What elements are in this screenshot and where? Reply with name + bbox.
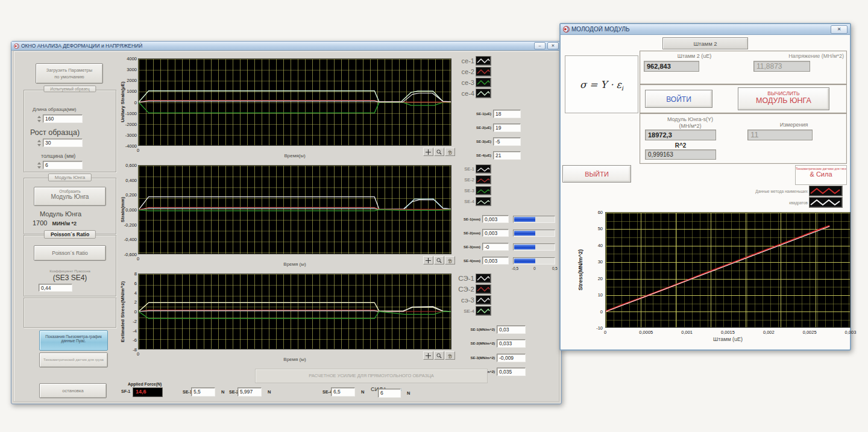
close-icon[interactable]: ✕ [831,25,848,34]
se3-mm-slider[interactable] [513,243,555,251]
thickness-field[interactable]: 6 [43,161,83,169]
thickness-spinner[interactable] [37,161,42,169]
pan-tool-icon[interactable] [445,351,455,360]
se1-force-field[interactable]: 5,5 [191,387,215,396]
se2-mm-slider[interactable] [513,230,555,237]
legend-item[interactable]: ce-3 [453,78,491,87]
growth-spinner[interactable] [37,139,42,147]
se3-mm-field[interactable]: -0 [482,243,509,251]
compute-young-modulus-button[interactable]: ВЫЧИСЛИТЬ МОДУЛЬ ЮНГА [738,87,829,110]
chart1-x-axis-label: Время(ы) [138,153,451,158]
growth-label: Рост образца) [30,128,80,137]
xy-plot[interactable] [605,212,851,328]
length-spinner[interactable] [37,115,42,123]
chart2-graph-palette [423,256,455,265]
sf1-label: SF-1 [121,389,130,393]
legend-swatch [476,306,491,316]
se1-mm-field[interactable]: 0,003 [482,215,509,223]
crosshair-tool-icon[interactable] [423,148,433,156]
legend-swatch [476,295,491,305]
stress-strain-chart: Stress(MN/m^2) 6050403020100-10 00,00050… [574,208,839,347]
legend-item[interactable]: SE-4 [451,306,491,316]
strain-value-field[interactable]: 962,843 [644,61,699,72]
legend-item[interactable]: квадратов [743,197,843,208]
zoom-tool-icon[interactable] [434,148,444,156]
se1-mm-slider[interactable] [513,216,555,223]
exit-button[interactable]: ВЫЙТИ [562,165,631,183]
se4-ue-field[interactable]: 21 [493,151,521,160]
specimen-group: Испытуемый образец Длина образца(мм) 160… [24,90,116,172]
length-field[interactable]: 160 [43,114,83,123]
strain-ue-chart: Unitary Strain(µE) 40003000200010000-100… [108,56,458,160]
legend-item[interactable]: SE-3 [456,186,491,195]
close-button[interactable]: ✕ [547,42,559,49]
piezo-readings-button[interactable]: Показания Пьезометра-график данные Пуас. [39,330,108,351]
xy-x-ticks: 00,00050,0010,00150,0020,00250,003 [605,329,851,336]
rect-specimen-banner: РАСЧЕТНОЕ УСИЛИЕ ДЛЯ ПРЯМОУГОЛЬНОГО ОБРА… [255,369,488,383]
chart3-plot[interactable] [138,274,451,349]
zoom-tool-icon[interactable] [434,351,444,360]
minimize-button[interactable]: – [534,42,546,49]
legend-swatch [476,274,491,283]
se2-force-field[interactable]: 5,997 [237,387,262,396]
thickness-label: толщина (мм) [41,153,75,159]
growth-field[interactable]: 30 [43,139,83,147]
chart1-plot[interactable] [138,58,451,146]
readout-row: SE-2(uE) 19 [458,124,521,132]
poisson-ratio-button[interactable]: Poisson´s Ratio [34,245,106,261]
se4-force-field[interactable]: 6,5 [331,387,355,396]
legend-item[interactable]: ce-4 [453,89,491,98]
crosshair-tool-icon[interactable] [423,256,433,265]
legend-item[interactable]: SE-1 [456,164,491,174]
chart3-y-axis-label: Estimated Stress(MN/m^2) [120,274,125,349]
poisson-coeff-label: Коэффициент Пуассона [24,269,116,273]
se2-stress-field[interactable]: 0,033 [497,339,526,348]
legend-item[interactable]: СЭ-2 [451,284,491,294]
se2-mm-field[interactable]: 0,003 [482,229,509,237]
measurements-label: Измерения [761,122,827,128]
readout-row: SE-1(mm) 0,003 [454,215,555,223]
se1-stress-field[interactable]: 0,03 [497,325,526,334]
empty-group [24,298,116,328]
enter-button[interactable]: ВОЙТИ [645,90,712,108]
young-titlebar[interactable]: МОЛОДОЙ МОДУЛЬ ✕ [561,24,850,35]
crosshair-tool-icon[interactable] [423,351,433,360]
specimen-group-title: Испытуемый образец [43,86,96,92]
se4-mm-field[interactable]: 0,003 [482,257,509,265]
legend-swatch [476,89,491,98]
legend-item[interactable]: ce-2 [453,67,491,77]
se1-ue-field[interactable]: 18 [493,110,521,118]
measurements-field: 11 [747,130,813,140]
readout-row: SE-4(uE) 21 [458,151,521,160]
legend-item[interactable]: SE-2 [456,175,491,184]
strain-label: Штамм 2 (uE) [646,53,743,59]
zoom-tool-icon[interactable] [434,256,444,265]
avg-force-field[interactable]: 6 [378,389,401,398]
se3-stress-field[interactable]: -0,009 [497,354,526,362]
poisson-value-field[interactable]: 0,44 [39,284,72,292]
strain-gauge-load-button[interactable]: Тензометрический датчик для груза [39,352,108,368]
se4-stress-field[interactable]: 0,035 [497,368,526,376]
legend-item[interactable]: SE-4 [456,197,491,206]
young-result-unit: МИН/м *2 [52,221,77,227]
slider-scale: -0,5 0 0,5 [512,266,558,272]
young-window-title: МОЛОДОЙ МОДУЛЬ [571,26,630,33]
se4-mm-slider[interactable] [513,257,555,265]
legend-item[interactable]: СЭ-1 [451,274,491,283]
xy-y-ticks: 6050403020100-10 [588,212,604,328]
se3-ue-field[interactable]: -5 [493,137,521,146]
show-young-modulus-button[interactable]: Отобразить Модуль Юнга [34,187,106,206]
chart2-plot[interactable] [138,165,451,254]
legend-item[interactable]: Данные метода наименьших [743,186,843,196]
pan-tool-icon[interactable] [445,148,455,156]
xy-x-axis-label: Штамм (uE) [605,336,851,342]
tab-shtamm-2[interactable]: Штамм 2 [662,37,748,49]
readout-row: SE-3(uE) -5 [458,137,521,146]
legend-item[interactable]: ce-1 [453,56,491,66]
se2-ue-field[interactable]: 19 [493,124,521,132]
load-defaults-button[interactable]: Загрузить Параметры по умолчанию [36,63,103,84]
legend-item[interactable]: сэ-3 [451,295,491,305]
chart1-y-ticks: 40003000200010000-1000-2000-3000-4000 [126,58,138,146]
main-titlebar[interactable]: ОКНО АНАЛИЗА ДЕФОРМАЦИИ и НАПРЯЖЕНИЙ – ✕ [11,42,561,51]
stop-button[interactable]: остановка [39,383,107,398]
